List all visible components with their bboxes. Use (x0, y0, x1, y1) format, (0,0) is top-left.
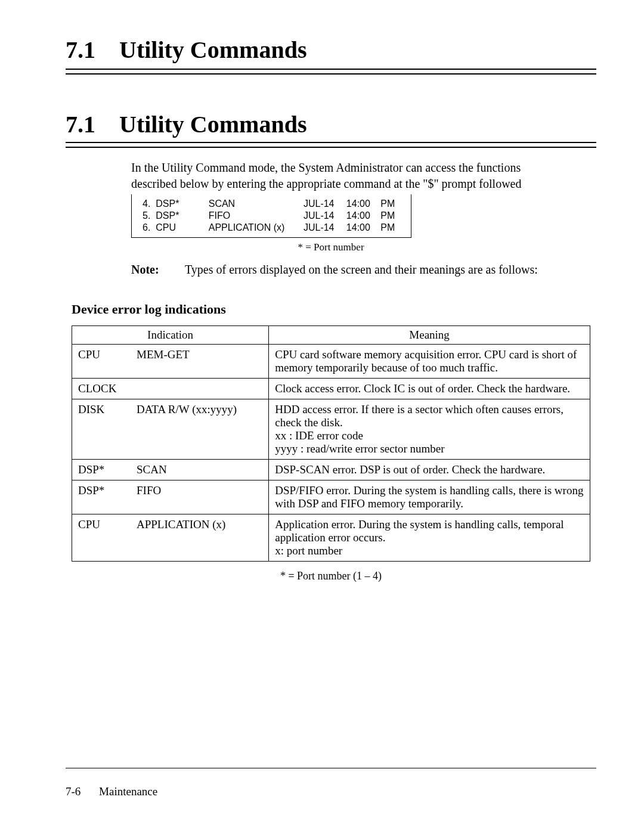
table-row: CLOCK Clock access error. Clock IC is ou… (72, 379, 590, 399)
table-header-indication: Indication (72, 326, 269, 345)
err-device: DSP* (78, 484, 126, 497)
error-table: Indication Meaning CPUMEM-GET CPU card s… (72, 325, 590, 562)
err-meaning: DSP-SCAN error. DSP is out of order. Che… (269, 460, 590, 480)
list-time: 14:00 (346, 210, 378, 221)
err-indication: FIFO (137, 484, 161, 497)
section-number: 7.1 (66, 110, 95, 138)
err-indication: MEM-GET (137, 348, 190, 361)
err-indication: DATA R/W (xx:yyyy) (137, 403, 237, 416)
heading-rule (66, 142, 596, 148)
err-device: CLOCK (78, 382, 126, 395)
err-device: CPU (78, 518, 126, 531)
footer-rule (66, 768, 596, 768)
err-meaning: Clock access error. Clock IC is out of o… (269, 379, 590, 399)
err-meaning: HDD access error. If there is a sector w… (269, 399, 590, 460)
section-title: Utility Commands (119, 110, 306, 138)
err-indication: APPLICATION (x) (137, 518, 225, 531)
table-row: CPUAPPLICATION (x) Application error. Du… (72, 514, 590, 562)
mid-heading: 7.1 Utility Commands (66, 110, 596, 138)
error-table-heading: Device error log indications (72, 302, 596, 317)
port-caption: * = Port number (1 – 4) (66, 570, 596, 582)
note-label: Note: (131, 262, 185, 278)
list-indication: SCAN (209, 199, 301, 209)
err-device: DISK (78, 403, 126, 416)
table-row: CPUMEM-GET CPU card software memory acqu… (72, 345, 590, 379)
list-date: JUL-14 (304, 199, 344, 209)
heading-rule (66, 69, 596, 75)
list-device: CPU (156, 222, 176, 232)
list-ampm: PM (380, 222, 404, 233)
err-meaning: Application error. During the system is … (269, 514, 590, 562)
list-num: 6. (143, 222, 150, 232)
err-device: CPU (78, 348, 126, 361)
list-device: DSP* (156, 210, 179, 221)
footer-section: Maintenance (99, 785, 157, 798)
log-list-box: 4. DSP* SCAN JUL-14 14:00 PM 5. DSP* FIF… (131, 194, 411, 238)
note-block: Note: Types of errors displayed on the s… (131, 262, 596, 278)
top-heading-block: 7.1 Utility Commands (66, 36, 596, 75)
table-row: DSP*FIFO DSP/FIFO error. During the syst… (72, 480, 590, 514)
err-meaning: DSP/FIFO error. During the system is han… (269, 480, 590, 514)
table-row: DSP*SCAN DSP-SCAN error. DSP is out of o… (72, 460, 590, 480)
intro-paragraph: In the Utility Command mode, the System … (131, 160, 596, 192)
list-date: JUL-14 (304, 210, 344, 221)
err-indication: SCAN (137, 463, 167, 476)
list-time: 14:00 (346, 222, 378, 233)
err-meaning: CPU card software memory acquisition err… (269, 345, 590, 379)
section-number: 7.1 (66, 36, 95, 64)
list-date: JUL-14 (304, 222, 344, 233)
port-caption: * = Port number (66, 241, 596, 253)
list-item: 6. CPU APPLICATION (x) JUL-14 14:00 PM (143, 222, 404, 234)
list-device: DSP* (156, 199, 179, 209)
list-indication: FIFO (209, 210, 301, 221)
intro-line: In the Utility Command mode, the System … (131, 161, 521, 174)
list-num: 5. (143, 210, 150, 221)
table-row: DISKDATA R/W (xx:yyyy) HDD access error.… (72, 399, 590, 460)
list-num: 4. (143, 199, 150, 209)
list-item: 4. DSP* SCAN JUL-14 14:00 PM (143, 198, 404, 210)
section-title: Utility Commands (119, 36, 306, 64)
footer: 7-6 Maintenance (66, 785, 157, 798)
intro-line: described below by entering the appropri… (131, 177, 521, 190)
table-header-meaning: Meaning (269, 326, 590, 345)
list-indication: APPLICATION (x) (209, 222, 301, 233)
err-device: DSP* (78, 463, 126, 476)
list-time: 14:00 (346, 199, 378, 209)
note-text: Types of errors displayed on the screen … (185, 262, 596, 278)
list-ampm: PM (380, 210, 404, 221)
list-item: 5. DSP* FIFO JUL-14 14:00 PM (143, 210, 404, 222)
page-number: 7-6 (66, 785, 80, 798)
list-ampm: PM (380, 199, 404, 209)
